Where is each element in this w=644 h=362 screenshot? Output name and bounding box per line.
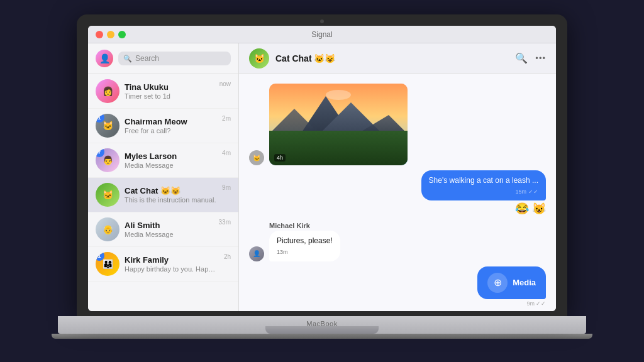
close-button[interactable] xyxy=(96,31,103,38)
laptop-base: MacBook xyxy=(58,316,586,334)
media-meta: 9m ✓✓ xyxy=(526,300,546,307)
msg-row-image: 🐱 xyxy=(249,84,546,165)
conv-time-tina: now xyxy=(219,80,231,87)
conv-name-kirk: Kirk Family xyxy=(125,255,219,265)
sender-name-michael: Michael Kirk xyxy=(269,222,340,229)
conv-time-kirk: 2h xyxy=(224,253,231,260)
chat-header-avatar: 🐱 xyxy=(249,48,269,69)
emoji-reactions-1: 😂 😺 xyxy=(515,202,546,216)
conv-info-tina: Tina Ukuku Timer set to 1d xyxy=(125,82,214,100)
conv-name-tina: Tina Ukuku xyxy=(125,82,214,92)
conv-info-ali: Ali Smith Media Message xyxy=(125,221,214,238)
media-thumbnail[interactable]: 4h xyxy=(269,84,408,165)
msg-row-media: ⊕ Media 9m ✓✓ xyxy=(249,266,546,307)
search-bar[interactable]: 🔍 Search xyxy=(118,52,231,65)
svg-rect-5 xyxy=(269,131,408,165)
laptop-bottom xyxy=(52,334,592,339)
conv-name-myles: Myles Larson xyxy=(125,151,217,161)
more-options-button[interactable]: ••• xyxy=(535,53,546,63)
msg-row-outgoing-text: She's walking a cat on a leash ... 15m ✓… xyxy=(249,170,546,217)
avatar-kirk: 👨‍👩‍👦 1 xyxy=(96,252,119,276)
maximize-button[interactable] xyxy=(118,31,126,38)
camera xyxy=(320,19,324,23)
chat-area: 🐱 Cat Chat 🐱😺 🔍 ••• 🐱 xyxy=(239,43,556,311)
conv-info-chairman: Chairman Meow Free for a call? xyxy=(125,117,217,134)
bubble-outgoing-text: She's walking a cat on a leash ... 15m ✓… xyxy=(421,170,546,200)
screen-bezel: Signal 👤 🔍 Search xyxy=(77,14,567,316)
messages: 🐱 xyxy=(239,74,556,311)
conv-info-catchat: Cat Chat 🐱😺 This is the instruction manu… xyxy=(125,186,217,204)
traffic-lights xyxy=(96,31,126,38)
conv-time-myles: 4m xyxy=(222,150,231,156)
minimize-button[interactable] xyxy=(107,31,114,38)
conv-info-myles: Myles Larson Media Message xyxy=(125,151,217,169)
avatar-chairman: 🐱 1 xyxy=(96,114,119,138)
app-body: 👤 🔍 Search 👩 xyxy=(88,43,556,311)
conv-name-catchat: Cat Chat 🐱😺 xyxy=(125,186,217,195)
conv-item-myles[interactable]: 👨 7 Myles Larson Media Message 4m xyxy=(88,143,238,178)
my-profile-avatar[interactable]: 👤 xyxy=(96,50,113,67)
media-icon: ⊕ xyxy=(487,273,508,293)
conv-time-chairman: 2m xyxy=(222,115,231,122)
conv-item-ali[interactable]: 👴 Ali Smith Media Message 33m xyxy=(88,212,238,247)
conversation-list: 👩 Tina Ukuku Timer set to 1d now 🐱 xyxy=(88,74,238,311)
avatar-catchat: 🐱 xyxy=(96,183,119,207)
chat-header-name: Cat Chat 🐱😺 xyxy=(275,53,509,63)
msg-time-1: 15m xyxy=(515,188,526,196)
bubble-meta-2: 13m xyxy=(277,248,333,256)
laptop: Signal 👤 🔍 Search xyxy=(64,14,580,348)
msg-row-michael: 👤 Michael Kirk Pictures, please! 13m xyxy=(249,222,546,261)
media-read-receipt: ✓✓ xyxy=(536,300,546,307)
conv-time-catchat: 9m xyxy=(222,184,231,191)
conv-preview-kirk: Happy birthday to you. Happy birt... xyxy=(125,265,219,273)
conv-name-ali: Ali Smith xyxy=(125,221,214,230)
bubble-meta-1: 15m ✓✓ xyxy=(429,188,538,196)
search-icon: 🔍 xyxy=(123,55,132,63)
msg-avatar-michael: 👤 xyxy=(249,246,264,261)
conv-item-kirk[interactable]: 👨‍👩‍👦 1 Kirk Family Happy birthday to yo… xyxy=(88,247,238,282)
conv-name-chairman: Chairman Meow xyxy=(125,117,217,126)
read-receipt-icon: ✓✓ xyxy=(528,188,538,196)
media-label: Media xyxy=(513,278,536,287)
search-chat-button[interactable]: 🔍 xyxy=(515,52,528,64)
conv-item-catchat[interactable]: 🐱 Cat Chat 🐱😺 This is the instruction ma… xyxy=(88,178,238,212)
sidebar-header: 👤 🔍 Search xyxy=(88,43,238,74)
conv-item-chairman[interactable]: 🐱 1 Chairman Meow Free for a call? 2m xyxy=(88,109,238,143)
sidebar: 👤 🔍 Search 👩 xyxy=(88,43,239,311)
avatar-ali: 👴 xyxy=(96,217,119,241)
conv-item-tina[interactable]: 👩 Tina Ukuku Timer set to 1d now xyxy=(88,74,238,109)
conv-preview-tina: Timer set to 1d xyxy=(125,92,214,100)
chat-header-actions: 🔍 ••• xyxy=(515,52,546,64)
conv-info-kirk: Kirk Family Happy birthday to you. Happy… xyxy=(125,255,219,273)
screen: Signal 👤 🔍 Search xyxy=(88,26,556,311)
avatar-myles: 👨 7 xyxy=(96,148,119,172)
avatar-tina: 👩 xyxy=(96,79,119,103)
conv-preview-myles: Media Message xyxy=(125,162,217,169)
msg-time-2: 13m xyxy=(277,248,288,256)
conv-preview-ali: Media Message xyxy=(125,231,214,238)
conv-preview-chairman: Free for a call? xyxy=(125,127,217,134)
msg-avatar-1: 🐱 xyxy=(249,150,264,165)
titlebar: Signal xyxy=(88,26,556,43)
app-title: Signal xyxy=(311,30,332,39)
bubble-michael: Pictures, please! 13m xyxy=(269,231,340,261)
message-text-1: She's walking a cat on a leash ... xyxy=(429,176,538,185)
svg-point-6 xyxy=(326,90,351,100)
media-bubble[interactable]: ⊕ Media xyxy=(477,266,546,299)
message-text-2: Pictures, please! xyxy=(277,236,333,245)
search-placeholder: Search xyxy=(135,54,159,63)
chat-header: 🐱 Cat Chat 🐱😺 🔍 ••• xyxy=(239,43,556,74)
laptop-brand: MacBook xyxy=(306,320,337,327)
media-duration: 4h xyxy=(274,154,286,162)
conv-preview-catchat: This is the instruction manual. xyxy=(125,196,217,204)
conv-time-ali: 33m xyxy=(219,219,231,226)
